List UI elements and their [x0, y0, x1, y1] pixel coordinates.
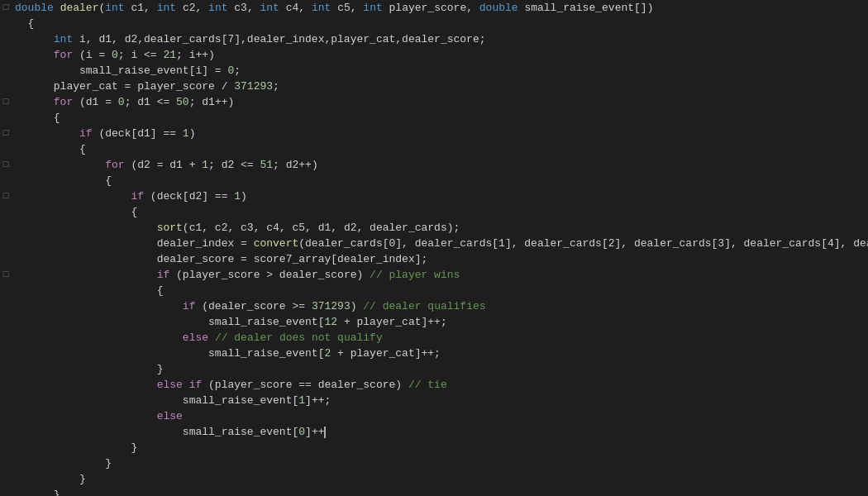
- code-line: if (dealer_score >= 371293) // dealer qu…: [15, 298, 868, 314]
- token-fn: convert: [254, 237, 299, 250]
- token-plain: small_raise_event[: [15, 316, 324, 328]
- text-cursor: [324, 427, 326, 438]
- token-fn: sort: [157, 222, 183, 234]
- fold-cell: [0, 440, 12, 455]
- token-plain: (dealer_cards[0], dealer_cards[1], deale…: [298, 237, 868, 250]
- token-plain: player_cat = player_score /: [15, 80, 234, 93]
- fold-cell: [0, 455, 12, 471]
- token-plain: player_score,: [383, 2, 479, 14]
- fold-cell[interactable]: □: [0, 94, 12, 110]
- token-num: 0: [112, 49, 118, 61]
- token-plain: [15, 127, 79, 140]
- code-line: sort(c1, c2, c3, c4, c5, d1, d2, dealer_…: [15, 220, 868, 236]
- fold-cell[interactable]: □: [0, 267, 12, 283]
- token-kw: int: [54, 33, 73, 45]
- token-kw: int: [363, 2, 382, 14]
- token-plain: i, d1, d2,dealer_cards[7],dealer_index,p…: [73, 33, 485, 45]
- token-plain: ): [351, 300, 364, 312]
- fold-cell: [0, 204, 12, 220]
- code-line: for (d2 = d1 + 1; d2 <= 51; d2++): [15, 157, 868, 173]
- token-plain: c3,: [228, 2, 260, 14]
- code-line: {: [15, 16, 868, 31]
- token-num: 0: [298, 426, 305, 438]
- token-plain: ]++: [305, 426, 324, 438]
- fold-cell: [0, 330, 12, 346]
- fold-cell[interactable]: □: [0, 188, 12, 204]
- token-num: 1: [183, 127, 189, 140]
- code-line: dealer_index = convert(dealer_cards[0], …: [15, 236, 868, 251]
- token-plain: [15, 159, 105, 171]
- code-line: {: [15, 141, 868, 157]
- code-line: {: [15, 110, 868, 126]
- token-plain: ; d2++): [273, 159, 318, 171]
- token-plain: [15, 331, 183, 344]
- code-line: small_raise_event[i] = 0;: [15, 63, 868, 79]
- code-line: double dealer(int c1, int c2, int c3, in…: [15, 0, 868, 16]
- token-plain: (d2 = d1 +: [125, 159, 203, 171]
- code-line: {: [15, 283, 868, 298]
- code-line: small_raise_event[0]++: [15, 424, 868, 440]
- token-num: 371293: [234, 80, 273, 93]
- fold-cell[interactable]: □: [0, 126, 12, 141]
- token-plain: ; d2 <=: [208, 159, 260, 171]
- code-line: if (deck[d2] == 1): [15, 188, 868, 204]
- fold-cell: [0, 141, 12, 157]
- token-kw: int: [260, 2, 279, 14]
- token-cm: // dealer does not qualify: [215, 331, 383, 344]
- token-kw2: if: [183, 300, 196, 312]
- token-plain: [15, 96, 54, 108]
- fold-cell: [0, 424, 12, 440]
- token-plain: [15, 300, 183, 312]
- fold-cell[interactable]: □: [0, 0, 12, 16]
- fold-cell: [0, 79, 12, 94]
- token-plain: (deck[d1] ==: [93, 127, 183, 140]
- code-line: if (deck[d1] == 1): [15, 126, 868, 141]
- token-plain: ; d1 <=: [125, 96, 176, 108]
- fold-cell: [0, 393, 12, 408]
- token-plain: }: [15, 489, 60, 496]
- token-plain: c4,: [279, 2, 312, 14]
- token-kw: int: [157, 2, 176, 14]
- fold-cell: [0, 487, 12, 496]
- fold-cell: [0, 236, 12, 251]
- token-plain: dealer_score = score7_array[dealer_index…: [15, 253, 427, 265]
- token-plain: ]++;: [305, 394, 331, 407]
- token-num: 12: [324, 316, 337, 328]
- fold-cell: [0, 173, 12, 188]
- token-plain: small_raise_event[: [15, 347, 324, 360]
- code-line: int i, d1, d2,dealer_cards[7],dealer_ind…: [15, 31, 868, 47]
- code-line: {: [15, 204, 868, 220]
- token-plain: ): [241, 190, 247, 203]
- fold-cell: [0, 346, 12, 361]
- code-line: for (d1 = 0; d1 <= 50; d1++): [15, 94, 868, 110]
- fold-cell: [0, 31, 12, 47]
- token-kw: double: [15, 2, 54, 14]
- token-kw2: if: [79, 127, 93, 140]
- token-kw: int: [105, 2, 124, 14]
- token-kw: int: [312, 2, 331, 14]
- token-cm: // dealer qualifies: [363, 300, 485, 312]
- token-plain: {: [15, 112, 60, 124]
- fold-cell[interactable]: □: [0, 157, 12, 173]
- token-kw2: else: [157, 410, 183, 422]
- token-plain: [208, 331, 215, 344]
- code-line: {: [15, 173, 868, 188]
- token-plain: small_raise_event[: [15, 394, 298, 407]
- code-lines[interactable]: double dealer(int c1, int c2, int c3, in…: [12, 0, 868, 496]
- token-plain: + player_cat]++;: [337, 316, 447, 328]
- token-num: 1: [234, 190, 241, 203]
- fold-cell: [0, 298, 12, 314]
- token-plain: (dealer_score >=: [195, 300, 311, 312]
- token-plain: [15, 33, 54, 45]
- token-kw2: else: [183, 331, 208, 344]
- token-fn: dealer: [60, 2, 99, 14]
- token-plain: ;: [273, 80, 279, 93]
- code-line: for (i = 0; i <= 21; i++): [15, 47, 868, 63]
- token-plain: [15, 222, 157, 234]
- fold-cell: [0, 63, 12, 79]
- token-kw2: for: [54, 96, 73, 108]
- token-plain: c2,: [176, 2, 208, 14]
- token-plain: }: [15, 457, 112, 470]
- token-plain: (d1 =: [73, 96, 118, 108]
- token-kw: int: [208, 2, 227, 14]
